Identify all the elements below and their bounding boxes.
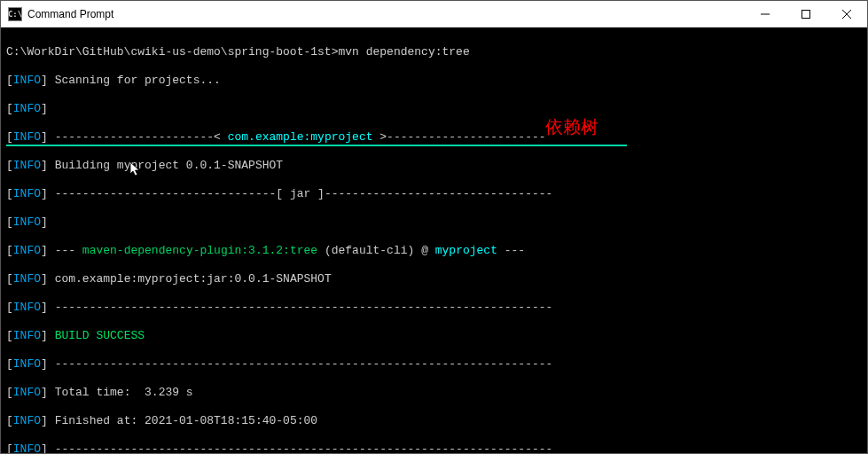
- svg-rect-1: [802, 10, 810, 18]
- plugin-name: maven-dependency-plugin:3.1.2:tree: [82, 244, 317, 257]
- bracket: ]: [41, 357, 55, 371]
- plugin-suffix: ---: [497, 244, 525, 257]
- terminal-line: [INFO]: [6, 102, 862, 116]
- terminal-line: [INFO] Scanning for projects...: [6, 74, 862, 88]
- bracket: [: [6, 414, 13, 427]
- terminal-line: [INFO] com.example:myproject:jar:0.0.1-S…: [6, 272, 862, 286]
- info-tag: INFO: [13, 187, 41, 200]
- scanning-text: Scanning for projects...: [55, 74, 221, 87]
- command-text: mvn dependency:tree: [338, 45, 469, 59]
- bracket: ]: [41, 187, 55, 200]
- info-tag: INFO: [13, 244, 41, 257]
- bracket: ]: [41, 442, 55, 454]
- bracket: ]: [41, 159, 55, 172]
- terminal-line: [INFO] ---------------------------------…: [6, 301, 862, 315]
- project-id: com.example:myproject: [228, 130, 373, 144]
- bracket: [: [6, 130, 13, 144]
- bracket: ]: [41, 272, 55, 286]
- bracket: ]: [41, 329, 55, 342]
- plugin-mid: (default-cli) @: [317, 244, 435, 257]
- bracket: [: [6, 329, 13, 342]
- minimize-button[interactable]: [745, 1, 786, 27]
- header-suffix: >-----------------------: [373, 130, 546, 144]
- maximize-icon: [802, 10, 810, 19]
- chinese-annotation: 依赖树: [545, 120, 598, 134]
- bracket: [: [6, 442, 13, 454]
- terminal-line: [INFO] Finished at: 2021-01-08T18:15:40-…: [6, 414, 862, 428]
- underline-annotation: [6, 145, 627, 146]
- artifact-text: com.example:myproject:jar:0.0.1-SNAPSHOT: [55, 272, 332, 286]
- terminal-line: [INFO] BUILD SUCCESS: [6, 329, 862, 343]
- bracket: [: [6, 159, 13, 172]
- close-icon: [842, 10, 851, 19]
- bracket: ]: [41, 301, 55, 314]
- dash-line: ----------------------------------------…: [55, 442, 553, 454]
- titlebar: C:\ Command Prompt: [1, 1, 867, 27]
- bracket: [: [6, 272, 13, 286]
- info-tag: INFO: [13, 386, 41, 399]
- terminal-line: [INFO] ---------------------------------…: [6, 442, 862, 454]
- info-tag: INFO: [13, 301, 41, 314]
- window-controls: [745, 1, 867, 27]
- info-tag: INFO: [13, 102, 41, 115]
- build-success: BUILD SUCCESS: [55, 329, 145, 342]
- info-tag: INFO: [13, 215, 41, 229]
- terminal-line: [INFO] Total time: 3.239 s: [6, 386, 862, 400]
- info-tag: INFO: [13, 329, 41, 342]
- bracket: [: [6, 357, 13, 371]
- info-tag: INFO: [13, 357, 41, 371]
- bracket: [: [6, 102, 13, 115]
- building-text: Building myproject 0.0.1-SNAPSHOT: [55, 159, 283, 172]
- jar-line: --------------------------------[ jar ]-…: [55, 187, 553, 200]
- cmd-icon-label: C:\: [8, 10, 22, 19]
- terminal-line: [INFO]: [6, 215, 862, 230]
- dash-line: ----------------------------------------…: [55, 357, 553, 371]
- bracket: ]: [41, 102, 55, 115]
- plugin-project: myproject: [435, 244, 497, 257]
- terminal-line: C:\WorkDir\GitHub\cwiki-us-demo\spring-b…: [6, 45, 862, 59]
- terminal-line: [INFO] --- maven-dependency-plugin:3.1.2…: [6, 244, 862, 258]
- close-button[interactable]: [826, 1, 867, 27]
- bracket: ]: [41, 74, 55, 87]
- bracket: [: [6, 215, 13, 229]
- info-tag: INFO: [13, 272, 41, 286]
- plugin-prefix: ---: [55, 244, 82, 257]
- bracket: ]: [41, 386, 55, 399]
- info-tag: INFO: [13, 130, 41, 144]
- info-tag: INFO: [13, 74, 41, 87]
- total-time: Total time: 3.239 s: [55, 386, 193, 399]
- info-tag: INFO: [13, 414, 41, 427]
- maximize-button[interactable]: [786, 1, 826, 27]
- info-tag: INFO: [13, 159, 41, 172]
- terminal-line: [INFO] -----------------------< com.exam…: [6, 130, 862, 145]
- terminal-line: [INFO] --------------------------------[…: [6, 187, 862, 201]
- dash-line: ----------------------------------------…: [55, 301, 553, 314]
- minimize-icon: [761, 10, 770, 19]
- terminal-line: [INFO] ---------------------------------…: [6, 357, 862, 372]
- info-tag: INFO: [13, 442, 41, 454]
- mouse-cursor-icon: [116, 148, 127, 164]
- finished-at: Finished at: 2021-01-08T18:15:40-05:00: [55, 414, 317, 427]
- bracket: [: [6, 244, 13, 257]
- bracket: ]: [41, 215, 55, 229]
- bracket: [: [6, 187, 13, 200]
- bracket: ]: [41, 244, 55, 257]
- prompt-path: C:\WorkDir\GitHub\cwiki-us-demo\spring-b…: [6, 45, 338, 59]
- header-prefix: -----------------------<: [55, 130, 228, 144]
- bracket: [: [6, 301, 13, 314]
- bracket: [: [6, 386, 13, 399]
- bracket: ]: [41, 130, 55, 144]
- bracket: [: [6, 74, 13, 87]
- cmd-icon: C:\: [8, 7, 22, 21]
- terminal-area[interactable]: C:\WorkDir\GitHub\cwiki-us-demo\spring-b…: [1, 27, 867, 453]
- window-title: Command Prompt: [27, 8, 745, 20]
- bracket: ]: [41, 414, 55, 427]
